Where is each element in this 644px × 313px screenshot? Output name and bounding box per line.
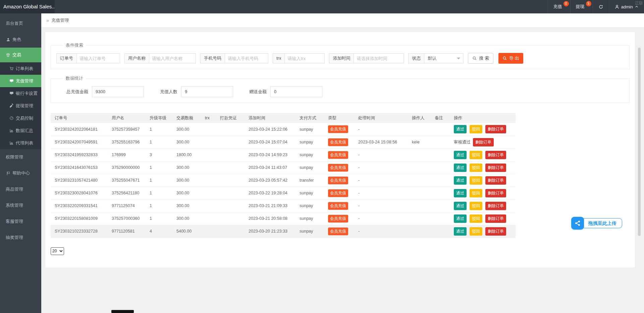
gift-amount-value[interactable] [270,86,322,97]
page-size-select[interactable]: 20 [51,247,64,255]
user-name-input[interactable] [149,53,196,63]
sidebar-item-dashboard[interactable]: 后台首页 [0,15,41,32]
sidebar-item-role[interactable]: 角色 [0,32,41,48]
reject-button[interactable]: 驳回 [470,125,482,133]
search-fieldset: 条件搜索 订单号 用户名称 手机号码 trx [51,42,630,69]
sidebar-item-label: 数据汇总 [16,128,33,134]
status-select[interactable]: 默认 [424,53,464,63]
approve-button[interactable]: 通过 [454,214,467,223]
type-badge: 会员充值 [328,164,348,172]
cell-type: 会员充值 [324,174,354,187]
withdraw-notice-label: 提现 [576,4,585,10]
cell-trx [201,199,216,212]
recharge-count-value[interactable] [181,86,233,97]
table-row: SY2303210223332728977112058145400.002023… [51,225,516,238]
sidebar-item-lottery[interactable]: 抽奖管理 [0,230,41,246]
drag-upload-label: 拖拽至此上传 [580,218,622,228]
column-header: trx [201,113,216,123]
reject-button[interactable]: 驳回 [470,151,482,159]
add-time-label: 添加时间 [329,53,354,63]
total-recharge-value[interactable] [92,86,144,97]
sidebar-item-order-list[interactable]: 订单列表 [0,62,41,75]
search-legend: 条件搜索 [63,42,86,48]
reject-button[interactable]: 驳回 [470,214,482,223]
delete-button[interactable]: 删除订单 [485,151,506,159]
cell-operator [408,225,431,238]
delete-button[interactable]: 删除订单 [485,164,506,172]
gift-amount-label: 赠送金额 [249,89,267,95]
column-header: 操作 [450,113,516,123]
drag-upload-hint[interactable]: 拖拽至此上传 [571,217,622,230]
cell-amount: 300.00 [172,161,201,174]
sidebar-item-permission[interactable]: 权限管理 [0,149,41,165]
reject-button[interactable]: 驳回 [470,189,482,197]
order-no-input[interactable] [76,53,120,63]
sidebar-item-agent-list[interactable]: 代理列表 [0,137,41,149]
topbar: Amazon Global Sales... 充值 0 提现 5 admin [0,0,644,13]
search-button[interactable]: 搜 索 [468,53,493,64]
sidebar-item-data-summary[interactable]: 数据汇总 [0,124,41,137]
recharge-notice-button[interactable]: 充值 0 [548,0,570,13]
cell-note [431,225,450,238]
delete-button[interactable]: 删除订单 [485,125,506,133]
withdraw-notice-button[interactable]: 提现 5 [570,0,593,13]
sidebar-item-transaction[interactable]: 交易 [0,48,41,62]
cell-note [431,136,450,148]
cell-operator [408,148,431,161]
sidebar-item-goods[interactable]: 商品管理 [0,181,41,197]
corner-tag: 正版 [635,0,643,6]
delete-button[interactable]: 删除订单 [485,202,506,210]
sidebar-item-bankcard[interactable]: 银行卡设置 [0,87,41,100]
approve-button[interactable]: 通过 [454,151,467,159]
stats-row: 总充值金额 充值人数 赠送金额 [66,86,624,97]
cart-icon [9,66,14,71]
delete-button[interactable]: 删除订单 [485,227,506,236]
sidebar-item-service[interactable]: 客服管理 [0,213,41,230]
export-button[interactable]: 导 出 [498,53,523,64]
sidebar-item-label: 客服管理 [6,218,23,225]
table-row: SY230322020933154197711250741300.002023-… [51,199,516,212]
reject-button[interactable]: 驳回 [470,227,482,236]
card-panel: 条件搜索 订单号 用户名称 手机号码 trx [45,32,635,267]
reject-button[interactable]: 驳回 [470,202,482,210]
phone-input[interactable] [225,53,268,63]
cell-actions: 通过驳回删除订单 [450,212,516,225]
approve-button[interactable]: 通过 [454,125,467,133]
delete-button[interactable]: 删除订单 [485,214,506,223]
cell-operator [408,199,431,212]
delete-button[interactable]: 删除订单 [485,176,506,185]
delete-button[interactable]: 删除订单 [473,138,494,146]
reject-button[interactable]: 驳回 [470,176,482,185]
table-header: 订单号 用户名 升级等级 交易数额 trx 打款凭证 添加时间 支付方式 类型 … [51,113,516,123]
cell-processed: - [354,199,408,212]
sidebar-item-system[interactable]: 系统管理 [0,197,41,213]
cell-pay: sunpay [296,199,324,212]
column-header: 用户名 [108,113,146,123]
sidebar-item-recharge[interactable]: 充值管理 [0,75,41,87]
delete-button[interactable]: 删除订单 [485,189,506,197]
user-icon [614,4,620,9]
trx-input[interactable] [284,53,325,63]
sidebar-item-withdraw[interactable]: 提现管理 [0,100,41,112]
cell-note [431,123,450,136]
type-badge: 会员充值 [328,228,348,235]
cell-user: 9771125074 [108,199,146,212]
column-header: 备注 [431,113,450,123]
cell-processed: - [354,123,408,136]
add-time-input[interactable] [354,53,404,63]
approve-button[interactable]: 通过 [454,202,467,210]
refresh-button[interactable] [593,0,609,13]
reject-button[interactable]: 驳回 [470,164,482,172]
cell-user: 375255047671 [108,174,146,187]
cell-note [431,212,450,225]
approve-button[interactable]: 通过 [454,227,467,236]
cell-type: 会员充值 [324,136,354,148]
approve-button[interactable]: 通过 [454,189,467,197]
approve-button[interactable]: 通过 [454,164,467,172]
scrollbar-thumb[interactable] [638,48,641,236]
sidebar-item-help[interactable]: 帮助中心 [0,165,41,181]
cell-amount: 300.00 [172,187,201,199]
cell-trx [201,225,216,238]
sidebar-item-trade-control[interactable]: 交易控制 [0,112,41,124]
approve-button[interactable]: 通过 [454,176,467,185]
